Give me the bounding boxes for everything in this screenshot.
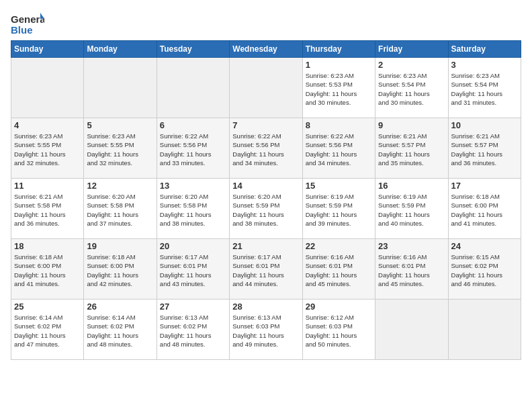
calendar-cell: 12Sunrise: 6:20 AMSunset: 5:58 PMDayligh…	[84, 179, 157, 239]
day-number: 9	[378, 120, 445, 130]
calendar-header-wednesday: Wednesday	[230, 41, 302, 58]
day-number: 16	[378, 181, 445, 191]
day-number: 14	[232, 181, 299, 191]
day-number: 6	[160, 120, 226, 130]
day-info: Sunrise: 6:20 AMSunset: 5:58 PMDaylight:…	[87, 192, 153, 228]
calendar-cell: 21Sunrise: 6:17 AMSunset: 6:01 PMDayligh…	[230, 239, 302, 300]
day-info: Sunrise: 6:18 AMSunset: 6:00 PMDaylight:…	[451, 192, 518, 228]
day-number: 1	[306, 60, 372, 70]
day-info: Sunrise: 6:18 AMSunset: 6:00 PMDaylight:…	[14, 253, 81, 288]
day-info: Sunrise: 6:23 AMSunset: 5:54 PMDaylight:…	[378, 71, 445, 107]
day-info: Sunrise: 6:17 AMSunset: 6:01 PMDaylight:…	[232, 253, 299, 288]
calendar-cell: 23Sunrise: 6:16 AMSunset: 6:01 PMDayligh…	[375, 239, 448, 300]
day-info: Sunrise: 6:22 AMSunset: 5:56 PMDaylight:…	[232, 132, 299, 167]
day-number: 21	[232, 241, 299, 251]
day-number: 3	[451, 60, 518, 70]
day-number: 2	[378, 60, 445, 70]
day-number: 23	[378, 241, 445, 251]
calendar-cell: 17Sunrise: 6:18 AMSunset: 6:00 PMDayligh…	[448, 179, 521, 239]
calendar-cell: 2Sunrise: 6:23 AMSunset: 5:54 PMDaylight…	[375, 58, 448, 118]
day-info: Sunrise: 6:16 AMSunset: 6:01 PMDaylight:…	[306, 253, 372, 288]
calendar-cell: 9Sunrise: 6:21 AMSunset: 5:57 PMDaylight…	[375, 118, 448, 179]
day-number: 27	[160, 302, 226, 312]
day-number: 11	[14, 181, 81, 191]
calendar-cell: 22Sunrise: 6:16 AMSunset: 6:01 PMDayligh…	[302, 239, 375, 300]
calendar-cell: 4Sunrise: 6:23 AMSunset: 5:55 PMDaylight…	[11, 118, 84, 179]
day-info: Sunrise: 6:13 AMSunset: 6:02 PMDaylight:…	[160, 313, 226, 349]
calendar-week-row: 11Sunrise: 6:21 AMSunset: 5:58 PMDayligh…	[11, 179, 521, 239]
day-info: Sunrise: 6:18 AMSunset: 6:00 PMDaylight:…	[87, 253, 153, 288]
calendar-header-saturday: Saturday	[448, 41, 521, 58]
day-info: Sunrise: 6:21 AMSunset: 5:57 PMDaylight:…	[451, 132, 518, 167]
calendar-cell: 15Sunrise: 6:19 AMSunset: 5:59 PMDayligh…	[302, 179, 375, 239]
day-info: Sunrise: 6:19 AMSunset: 5:59 PMDaylight:…	[378, 192, 445, 228]
calendar-cell: 6Sunrise: 6:22 AMSunset: 5:56 PMDaylight…	[157, 118, 229, 179]
calendar-cell: 13Sunrise: 6:20 AMSunset: 5:58 PMDayligh…	[157, 179, 229, 239]
calendar-table: SundayMondayTuesdayWednesdayThursdayFrid…	[11, 40, 521, 360]
calendar-header-thursday: Thursday	[302, 41, 375, 58]
calendar-cell: 16Sunrise: 6:19 AMSunset: 5:59 PMDayligh…	[375, 179, 448, 239]
calendar-cell: 18Sunrise: 6:18 AMSunset: 6:00 PMDayligh…	[11, 239, 84, 300]
calendar-header-row: SundayMondayTuesdayWednesdayThursdayFrid…	[11, 41, 521, 58]
day-info: Sunrise: 6:21 AMSunset: 5:57 PMDaylight:…	[378, 132, 445, 167]
calendar-cell: 1Sunrise: 6:23 AMSunset: 5:53 PMDaylight…	[302, 58, 375, 118]
calendar-header-tuesday: Tuesday	[157, 41, 229, 58]
calendar-cell	[157, 58, 229, 118]
calendar-header-sunday: Sunday	[11, 41, 84, 58]
day-info: Sunrise: 6:17 AMSunset: 6:01 PMDaylight:…	[160, 253, 226, 288]
calendar-cell: 25Sunrise: 6:14 AMSunset: 6:02 PMDayligh…	[11, 300, 84, 360]
day-number: 4	[14, 120, 81, 130]
day-info: Sunrise: 6:19 AMSunset: 5:59 PMDaylight:…	[306, 192, 372, 228]
calendar-cell: 26Sunrise: 6:14 AMSunset: 6:02 PMDayligh…	[84, 300, 157, 360]
day-number: 25	[14, 302, 81, 312]
day-number: 28	[232, 302, 299, 312]
calendar-cell: 28Sunrise: 6:13 AMSunset: 6:03 PMDayligh…	[230, 300, 302, 360]
calendar-cell: 8Sunrise: 6:22 AMSunset: 5:56 PMDaylight…	[302, 118, 375, 179]
day-info: Sunrise: 6:13 AMSunset: 6:03 PMDaylight:…	[232, 313, 299, 349]
day-info: Sunrise: 6:16 AMSunset: 6:01 PMDaylight:…	[378, 253, 445, 288]
day-info: Sunrise: 6:23 AMSunset: 5:55 PMDaylight:…	[87, 132, 153, 167]
day-number: 13	[160, 181, 226, 191]
day-info: Sunrise: 6:22 AMSunset: 5:56 PMDaylight:…	[306, 132, 372, 167]
day-number: 29	[306, 302, 372, 312]
day-info: Sunrise: 6:14 AMSunset: 6:02 PMDaylight:…	[87, 313, 153, 349]
calendar-cell: 19Sunrise: 6:18 AMSunset: 6:00 PMDayligh…	[84, 239, 157, 300]
calendar-cell: 10Sunrise: 6:21 AMSunset: 5:57 PMDayligh…	[448, 118, 521, 179]
day-info: Sunrise: 6:14 AMSunset: 6:02 PMDaylight:…	[14, 313, 81, 349]
day-number: 7	[232, 120, 299, 130]
calendar-cell: 11Sunrise: 6:21 AMSunset: 5:58 PMDayligh…	[11, 179, 84, 239]
day-info: Sunrise: 6:21 AMSunset: 5:58 PMDaylight:…	[14, 192, 81, 228]
calendar-cell	[375, 300, 448, 360]
day-info: Sunrise: 6:12 AMSunset: 6:03 PMDaylight:…	[306, 313, 372, 349]
day-number: 10	[451, 120, 518, 130]
day-number: 15	[306, 181, 372, 191]
calendar-cell: 14Sunrise: 6:20 AMSunset: 5:59 PMDayligh…	[230, 179, 302, 239]
day-number: 26	[87, 302, 153, 312]
day-number: 19	[87, 241, 153, 251]
calendar-cell	[84, 58, 157, 118]
calendar-cell: 20Sunrise: 6:17 AMSunset: 6:01 PMDayligh…	[157, 239, 229, 300]
day-number: 8	[306, 120, 372, 130]
calendar-cell	[11, 58, 84, 118]
calendar-cell: 5Sunrise: 6:23 AMSunset: 5:55 PMDaylight…	[84, 118, 157, 179]
day-info: Sunrise: 6:20 AMSunset: 5:59 PMDaylight:…	[232, 192, 299, 228]
svg-text:Blue: Blue	[11, 24, 33, 36]
calendar-week-row: 1Sunrise: 6:23 AMSunset: 5:53 PMDaylight…	[11, 58, 521, 118]
calendar-week-row: 25Sunrise: 6:14 AMSunset: 6:02 PMDayligh…	[11, 300, 521, 360]
day-info: Sunrise: 6:20 AMSunset: 5:58 PMDaylight:…	[160, 192, 226, 228]
day-info: Sunrise: 6:23 AMSunset: 5:53 PMDaylight:…	[306, 71, 372, 107]
day-number: 5	[87, 120, 153, 130]
calendar-cell: 3Sunrise: 6:23 AMSunset: 5:54 PMDaylight…	[448, 58, 521, 118]
day-number: 24	[451, 241, 518, 251]
calendar-week-row: 18Sunrise: 6:18 AMSunset: 6:00 PMDayligh…	[11, 239, 521, 300]
calendar-cell: 29Sunrise: 6:12 AMSunset: 6:03 PMDayligh…	[302, 300, 375, 360]
calendar-cell	[230, 58, 302, 118]
calendar-cell: 27Sunrise: 6:13 AMSunset: 6:02 PMDayligh…	[157, 300, 229, 360]
day-number: 20	[160, 241, 226, 251]
calendar-header-friday: Friday	[375, 41, 448, 58]
page-header: General Blue	[11, 11, 521, 38]
day-info: Sunrise: 6:15 AMSunset: 6:02 PMDaylight:…	[451, 253, 518, 288]
calendar-cell	[448, 300, 521, 360]
calendar-cell: 24Sunrise: 6:15 AMSunset: 6:02 PMDayligh…	[448, 239, 521, 300]
day-number: 22	[306, 241, 372, 251]
